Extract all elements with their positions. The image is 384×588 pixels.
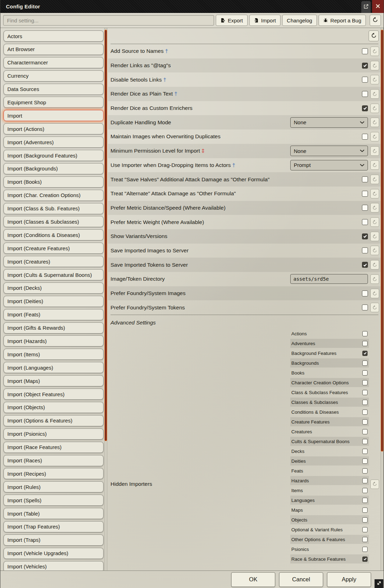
checkbox[interactable] (362, 48, 368, 54)
checkbox[interactable] (362, 205, 368, 211)
checkbox[interactable] (362, 507, 368, 513)
checkbox[interactable] (362, 537, 368, 542)
checkbox[interactable] (362, 91, 368, 97)
checkbox[interactable] (362, 390, 368, 395)
sidebar-item-art-browser[interactable]: Art Browser (3, 44, 104, 55)
sidebar-item-actors[interactable]: Actors (3, 30, 104, 42)
reset-setting-button[interactable] (370, 232, 379, 241)
sidebar-item-import-traps[interactable]: Import (Traps) (3, 534, 104, 546)
reset-setting-button[interactable] (370, 104, 379, 113)
sidebar-item-import-feats[interactable]: Import (Feats) (3, 309, 104, 320)
reset-search-button[interactable] (370, 15, 381, 26)
sidebar-item-import-cults-supernatural-boons[interactable]: Import (Cults & Supernatural Boons) (3, 269, 104, 280)
reset-hidden-importers-button[interactable] (370, 479, 379, 489)
checkbox[interactable] (362, 498, 368, 503)
checkbox[interactable] (362, 63, 368, 69)
popout-button[interactable] (361, 1, 371, 13)
checkbox[interactable] (362, 429, 368, 434)
reset-setting-button[interactable] (370, 217, 379, 227)
sidebar-item-import-classes-subclasses[interactable]: Import (Classes & Subclasses) (3, 216, 104, 227)
sidebar-item-import-decks[interactable]: Import (Decks) (3, 282, 104, 294)
sidebar-item-import-objects[interactable]: Import (Objects) (3, 402, 104, 413)
sidebar-item-import-creatures[interactable]: Import (Creatures) (3, 256, 104, 267)
report-a-bug-button[interactable]: Report a Bug (319, 15, 366, 26)
sidebar-item-import-backgrounds[interactable]: Import (Backgrounds) (3, 163, 104, 174)
setting-select[interactable]: None (290, 117, 368, 128)
sidebar-item-equipment-shop[interactable]: Equipment Shop (3, 97, 104, 108)
checkbox[interactable] (362, 400, 368, 405)
reset-setting-button[interactable] (370, 246, 379, 255)
setting-select[interactable]: None (290, 146, 368, 156)
checkbox[interactable] (362, 478, 368, 483)
sidebar-item-import-maps[interactable]: Import (Maps) (3, 375, 104, 386)
reset-setting-button[interactable] (370, 75, 379, 84)
sidebar-item-import-gifts-rewards[interactable]: Import (Gifts & Rewards) (3, 322, 104, 334)
sidebar-item-import-recipes[interactable]: Import (Recipes) (3, 468, 104, 479)
reset-setting-button[interactable] (370, 160, 379, 170)
checkbox[interactable] (362, 105, 368, 111)
apply-button[interactable]: Apply (327, 572, 371, 587)
search-input[interactable] (3, 15, 214, 26)
sidebar-item-data-sources[interactable]: Data Sources (3, 84, 104, 95)
setting-select[interactable]: Prompt (290, 160, 368, 170)
checkbox[interactable] (362, 410, 368, 415)
checkbox[interactable] (362, 527, 368, 532)
checkbox[interactable] (362, 304, 368, 310)
sidebar-item-import-background-features[interactable]: Import (Background Features) (3, 150, 104, 161)
close-button[interactable] (372, 0, 384, 13)
sidebar-item-import-deities[interactable]: Import (Deities) (3, 296, 104, 307)
checkbox[interactable] (362, 331, 368, 336)
sidebar-item-import-spells[interactable]: Import (Spells) (3, 495, 104, 506)
checkbox[interactable] (362, 419, 368, 425)
main-scrollbar-thumb[interactable] (381, 30, 383, 451)
sidebar-item-import-char-creation-options[interactable]: Import (Char. Creation Options) (3, 190, 104, 201)
checkbox[interactable] (362, 458, 368, 464)
checkbox[interactable] (362, 370, 368, 376)
reset-setting-button[interactable] (370, 118, 379, 127)
checkbox[interactable] (362, 439, 368, 444)
resize-handle[interactable] (375, 579, 383, 588)
main-scrollbar[interactable] (381, 28, 384, 570)
sidebar-scrollbar[interactable] (104, 28, 107, 570)
checkbox[interactable] (362, 547, 368, 552)
sidebar-item-import-conditions-diseases[interactable]: Import (Conditions & Diseases) (3, 229, 104, 240)
reset-setting-button[interactable] (370, 175, 379, 184)
sidebar-item-import-class-sub-features[interactable]: Import (Class & Sub. Features) (3, 203, 104, 214)
reset-setting-button[interactable] (370, 189, 379, 198)
checkbox[interactable] (362, 191, 368, 197)
sidebar-item-import-options-features[interactable]: Import (Options & Features) (3, 415, 104, 426)
reset-setting-button[interactable] (370, 303, 379, 312)
sidebar-item-import-adventures[interactable]: Import (Adventures) (3, 136, 104, 148)
cancel-button[interactable]: Cancel (279, 572, 323, 587)
sidebar-scrollbar-thumb[interactable] (105, 30, 107, 441)
checkbox[interactable] (362, 380, 368, 385)
reset-setting-button[interactable] (370, 274, 379, 284)
sidebar-item-charactermancer[interactable]: Charactermancer (3, 57, 104, 68)
sidebar-item-import-creature-features[interactable]: Import (Creature Features) (3, 243, 104, 254)
sidebar-item-import-vehicles[interactable]: Import (Vehicles) (3, 561, 104, 570)
sidebar-item-import-object-features[interactable]: Import (Object Features) (3, 388, 104, 400)
reset-setting-button[interactable] (370, 146, 379, 156)
checkbox[interactable] (362, 341, 368, 346)
reset-setting-button[interactable] (370, 132, 379, 141)
reset-setting-button[interactable] (370, 203, 379, 212)
sidebar-item-import[interactable]: Import (3, 110, 104, 121)
checkbox[interactable] (362, 360, 368, 366)
sidebar-item-import-hazards[interactable]: Import (Hazards) (3, 335, 104, 346)
export-button[interactable]: Export (216, 15, 247, 26)
checkbox[interactable] (362, 134, 368, 140)
reset-setting-button[interactable] (370, 89, 379, 99)
checkbox[interactable] (362, 351, 368, 356)
sidebar-item-currency[interactable]: Currency (3, 70, 104, 82)
sidebar-item-import-vehicle-upgrades[interactable]: Import (Vehicle Upgrades) (3, 548, 104, 559)
sidebar-item-import-rules[interactable]: Import (Rules) (3, 481, 104, 492)
checkbox[interactable] (362, 77, 368, 83)
sidebar-item-import-table[interactable]: Import (Table) (3, 508, 104, 519)
checkbox[interactable] (362, 488, 368, 493)
checkbox[interactable] (362, 247, 368, 253)
reset-setting-button[interactable] (370, 47, 379, 56)
sidebar-item-import-books[interactable]: Import (Books) (3, 176, 104, 188)
checkbox[interactable] (362, 556, 368, 562)
checkbox[interactable] (362, 219, 368, 225)
reset-setting-button[interactable] (370, 289, 379, 298)
